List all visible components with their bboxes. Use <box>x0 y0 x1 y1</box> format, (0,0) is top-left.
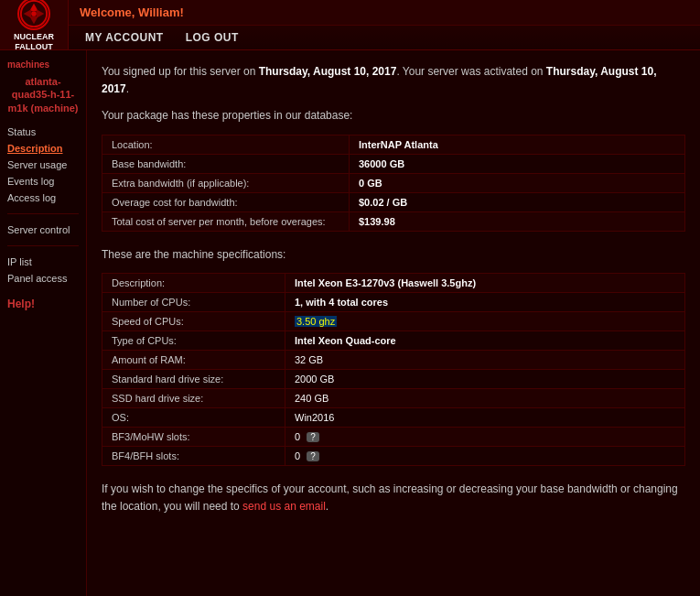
spec-label-6: SSD hard drive size: <box>102 388 285 407</box>
username-display: William! <box>138 5 184 19</box>
sidebar-item-access-log[interactable]: Access log <box>7 191 79 204</box>
spec-value-6: 240 GB <box>285 388 685 407</box>
sidebar-item-description[interactable]: Description <box>7 142 79 155</box>
specs-table: Description: Intel Xeon E3-1270v3 (Haswe… <box>102 273 685 466</box>
sidebar-section-label: machines <box>7 60 79 70</box>
table-row: Total cost of server per month, before o… <box>102 211 685 231</box>
pkg-label-3: Overage cost for bandwidth: <box>102 192 350 211</box>
spec-label-3: Type of CPUs: <box>102 331 285 350</box>
table-row: Extra bandwidth (if applicable): 0 GB <box>102 173 685 192</box>
footer-note: If you wish to change the specifics of y… <box>102 481 685 515</box>
spec-value-2: 3.50 ghz <box>285 311 685 331</box>
spec-value-3: Intel Xeon Quad-core <box>285 331 685 350</box>
sidebar-item-server-control[interactable]: Server control <box>7 223 79 236</box>
sidebar-machine-link[interactable]: atlanta-quad35-h-11-m1k (machine) <box>7 75 79 114</box>
welcome-bar: Welcome, William! <box>69 0 700 26</box>
sidebar-help[interactable]: Help! <box>7 298 79 310</box>
spec-label-8: BF3/MoHW slots: <box>102 427 285 446</box>
pkg-value-1: 36000 GB <box>350 154 685 173</box>
logo-area: NUCLEAR FALLOUT <box>0 0 69 49</box>
spec-label-1: Number of CPUs: <box>102 292 285 311</box>
spec-value-7: Win2016 <box>285 407 685 427</box>
spec-value-5: 2000 GB <box>285 369 685 388</box>
intro-paragraph: You signed up for this server on Thursda… <box>102 63 685 98</box>
spec-value-1: 1, with 4 total cores <box>285 292 685 311</box>
nav-bar: MY ACCOUNT LOG OUT <box>69 26 700 49</box>
spec-label-5: Standard hard drive size: <box>102 369 285 388</box>
table-row: BF4/BFH slots: 0 ? <box>102 446 685 465</box>
sidebar: machines atlanta-quad35-h-11-m1k (machin… <box>0 50 87 596</box>
table-row: Location: InterNAP Atlanta <box>102 135 685 154</box>
bf4-help-badge[interactable]: ? <box>307 451 319 461</box>
main-layout: machines atlanta-quad35-h-11-m1k (machin… <box>0 50 700 596</box>
pkg-value-2: 0 GB <box>350 173 685 192</box>
table-row: Standard hard drive size: 2000 GB <box>102 369 685 388</box>
spec-value-4: 32 GB <box>285 350 685 369</box>
sidebar-divider <box>7 213 79 214</box>
spec-label-4: Amount of RAM: <box>102 350 285 369</box>
spec-value-9: 0 ? <box>285 446 685 465</box>
table-row: Type of CPUs: Intel Xeon Quad-core <box>102 331 685 350</box>
table-row: Description: Intel Xeon E3-1270v3 (Haswe… <box>102 273 685 292</box>
table-row: SSD hard drive size: 240 GB <box>102 388 685 407</box>
spec-label-0: Description: <box>102 273 285 292</box>
sidebar-item-ip-list[interactable]: IP list <box>7 255 79 268</box>
pkg-label-1: Base bandwidth: <box>102 154 350 173</box>
table-row: OS: Win2016 <box>102 407 685 427</box>
my-account-nav[interactable]: MY ACCOUNT <box>76 27 173 48</box>
pkg-value-0: InterNAP Atlanta <box>350 135 685 154</box>
sidebar-item-panel-access[interactable]: Panel access <box>7 272 79 285</box>
pkg-label-2: Extra bandwidth (if applicable): <box>102 173 350 192</box>
table-row: Number of CPUs: 1, with 4 total cores <box>102 292 685 311</box>
package-intro: Your package has these properties in our… <box>102 107 685 125</box>
spec-value-0: Intel Xeon E3-1270v3 (Haswell 3.5ghz) <box>285 273 685 292</box>
spec-label-7: OS: <box>102 407 285 427</box>
nuclear-fallout-icon <box>17 0 50 30</box>
content-area: You signed up for this server on Thursda… <box>87 50 700 596</box>
specs-intro: These are the machine specifications: <box>102 246 685 264</box>
table-row: Amount of RAM: 32 GB <box>102 350 685 369</box>
sidebar-item-events-log[interactable]: Events log <box>7 175 79 188</box>
sidebar-item-server-usage[interactable]: Server usage <box>7 158 79 171</box>
spec-value-8: 0 ? <box>285 427 685 446</box>
logo-text: NUCLEAR FALLOUT <box>14 32 54 52</box>
sidebar-divider-2 <box>7 245 79 246</box>
log-out-nav[interactable]: LOG OUT <box>177 27 248 48</box>
spec-label-2: Speed of CPUs: <box>102 311 285 331</box>
bf3-help-badge[interactable]: ? <box>307 432 319 442</box>
sidebar-item-status[interactable]: Status <box>7 125 79 138</box>
spec-label-9: BF4/BFH slots: <box>102 446 285 465</box>
pkg-value-4: $139.98 <box>350 211 685 231</box>
header-right: Welcome, William! MY ACCOUNT LOG OUT <box>69 0 700 49</box>
pkg-label-0: Location: <box>102 135 350 154</box>
pkg-label-4: Total cost of server per month, before o… <box>102 211 350 231</box>
package-table: Location: InterNAP Atlanta Base bandwidt… <box>102 135 685 232</box>
pkg-value-3: $0.02 / GB <box>350 192 685 211</box>
send-email-link[interactable]: send us an email <box>242 500 326 513</box>
table-row: Base bandwidth: 36000 GB <box>102 154 685 173</box>
table-row: Overage cost for bandwidth: $0.02 / GB <box>102 192 685 211</box>
logo-wrapper: NUCLEAR FALLOUT <box>14 0 54 52</box>
table-row: BF3/MoHW slots: 0 ? <box>102 427 685 446</box>
header: NUCLEAR FALLOUT Welcome, William! MY ACC… <box>0 0 700 50</box>
table-row: Speed of CPUs: 3.50 ghz <box>102 311 685 331</box>
svg-point-1 <box>31 11 37 16</box>
